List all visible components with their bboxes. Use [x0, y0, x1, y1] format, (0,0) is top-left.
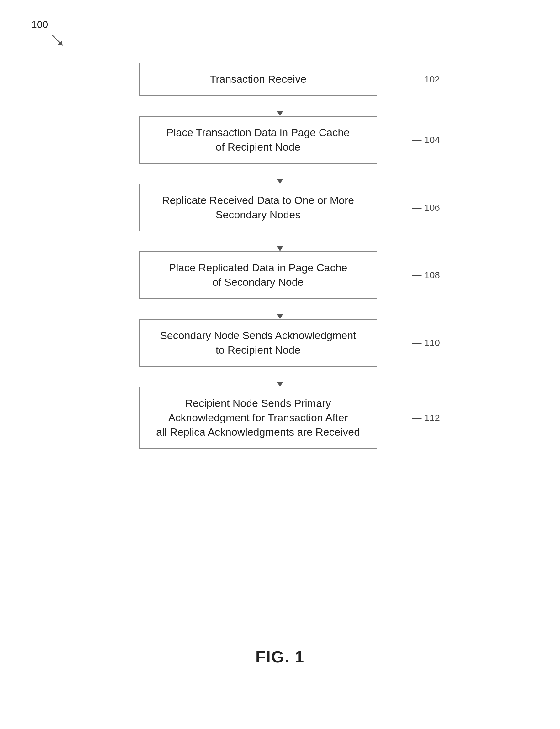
arrow-line [280, 231, 280, 246]
box-106-label: — 106 [412, 202, 440, 213]
box-108-text: Place Replicated Data in Page Cache of S… [169, 261, 347, 289]
box-110: Secondary Node Sends Acknowledgment to R… [139, 319, 377, 367]
flow-row-108: Place Replicated Data in Page Cache of S… [139, 251, 421, 299]
box-112: Recipient Node Sends Primary Acknowledgm… [139, 387, 377, 449]
box-104: Place Transaction Data in Page Cache of … [139, 116, 377, 164]
box-112-label: — 112 [412, 413, 440, 423]
page: 100 Transaction Receive — 102 Place Tran… [0, 0, 560, 729]
box-102-text: Transaction Receive [210, 72, 307, 87]
box-102-label: — 102 [412, 74, 440, 85]
flow-row-112: Recipient Node Sends Primary Acknowledgm… [139, 387, 421, 449]
arrow-1 [277, 96, 283, 116]
arrow-3 [277, 231, 283, 251]
arrow-2 [277, 164, 283, 184]
arrow-5 [277, 367, 283, 387]
flowchart: Transaction Receive — 102 Place Transact… [139, 63, 421, 449]
flow-row-106: Replicate Received Data to One or More S… [139, 184, 421, 231]
box-106: Replicate Received Data to One or More S… [139, 184, 377, 231]
arrow-4 [277, 299, 283, 319]
arrow-line [280, 164, 280, 179]
diagram-label: 100 [31, 19, 48, 30]
box-106-text: Replicate Received Data to One or More S… [162, 193, 354, 222]
box-110-text: Secondary Node Sends Acknowledgment to R… [160, 328, 356, 357]
arrow-head [277, 382, 283, 387]
flow-row-102: Transaction Receive — 102 [139, 63, 421, 96]
box-112-text: Recipient Node Sends Primary Acknowledgm… [156, 396, 360, 440]
box-102: Transaction Receive [139, 63, 377, 96]
arrow-head [277, 179, 283, 184]
arrow-line [280, 299, 280, 314]
arrow-head [277, 111, 283, 116]
diagram-arrow [49, 31, 67, 50]
flow-row-104: Place Transaction Data in Page Cache of … [139, 116, 421, 164]
arrow-line [280, 96, 280, 111]
box-104-label: — 104 [412, 135, 440, 145]
box-110-label: — 110 [412, 337, 440, 348]
arrow-head [277, 246, 283, 251]
flow-row-110: Secondary Node Sends Acknowledgment to R… [139, 319, 421, 367]
arrow-head [277, 314, 283, 319]
arrow-line [280, 367, 280, 382]
box-104-text: Place Transaction Data in Page Cache of … [166, 125, 350, 154]
fig-caption: FIG. 1 [256, 647, 304, 666]
box-108: Place Replicated Data in Page Cache of S… [139, 251, 377, 299]
box-108-label: — 108 [412, 270, 440, 280]
